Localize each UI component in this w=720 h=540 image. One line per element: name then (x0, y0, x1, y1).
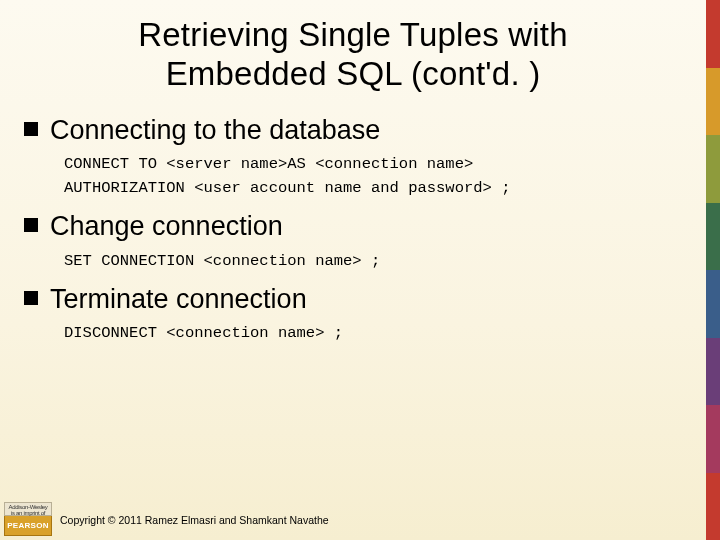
bullet-heading: Connecting to the database (50, 114, 380, 146)
code-block: CONNECT TO <server name>AS <connection n… (64, 152, 688, 200)
bullet-item: Connecting to the database (24, 114, 688, 146)
slide-footer: Addison-Wesleyis an imprint of PEARSON C… (0, 500, 706, 540)
logo-imprint-text: Addison-Wesleyis an imprint of (4, 502, 52, 516)
bullet-heading: Change connection (50, 210, 283, 242)
code-block: SET CONNECTION <connection name> ; (64, 249, 688, 273)
bullet-heading: Terminate connection (50, 283, 307, 315)
bullet-item: Change connection (24, 210, 688, 242)
logo-brand-text: PEARSON (7, 521, 49, 530)
publisher-logo: Addison-Wesleyis an imprint of PEARSON (4, 502, 52, 538)
decorative-edge-stripe (706, 0, 720, 540)
square-bullet-icon (24, 122, 38, 136)
square-bullet-icon (24, 291, 38, 305)
bullet-item: Terminate connection (24, 283, 688, 315)
slide-content: Retrieving Single Tuples with Embedded S… (0, 0, 706, 540)
slide-title: Retrieving Single Tuples with Embedded S… (18, 12, 688, 104)
title-line-1: Retrieving Single Tuples with (138, 16, 568, 53)
logo-brand-box: PEARSON (4, 516, 52, 536)
code-block: DISCONNECT <connection name> ; (64, 321, 688, 345)
square-bullet-icon (24, 218, 38, 232)
title-line-2: Embedded SQL (cont'd. ) (166, 55, 541, 92)
copyright-text: Copyright © 2011 Ramez Elmasri and Shamk… (60, 514, 329, 526)
slide-body: Connecting to the database CONNECT TO <s… (18, 114, 688, 345)
